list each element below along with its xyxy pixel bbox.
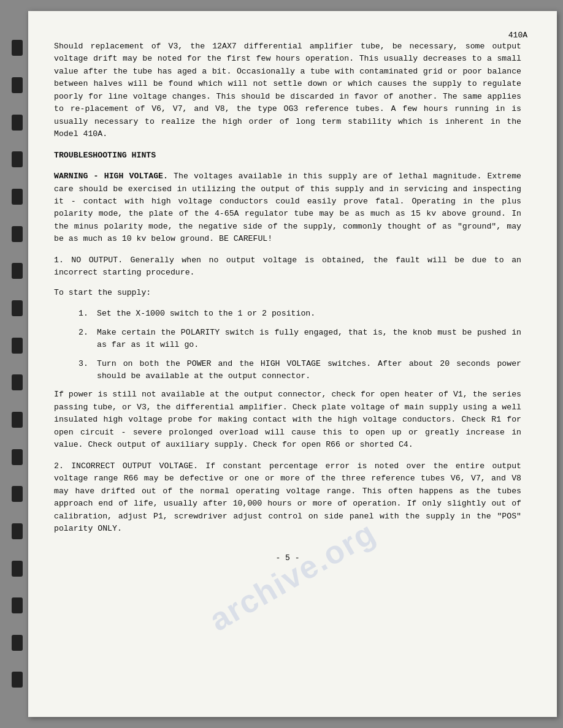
item1-header: 1. NO OUTPUT. bbox=[54, 256, 123, 265]
spiral-hole bbox=[12, 597, 23, 613]
sub-list-num: 2. bbox=[79, 327, 97, 352]
spiral-hole bbox=[12, 263, 23, 279]
sub-list: 1.Set the X-1000 switch to the 1 or 2 po… bbox=[79, 308, 521, 382]
spiral-hole bbox=[12, 412, 23, 428]
start-supply-intro: To start the supply: bbox=[54, 287, 521, 299]
spiral-hole bbox=[12, 300, 23, 316]
item-1: 1. NO OUTPUT. Generally when no output v… bbox=[54, 254, 521, 279]
sub-list-num: 1. bbox=[79, 308, 97, 320]
page-wrapper: 410A Should replacement of V3, the 12AX7… bbox=[0, 0, 563, 728]
spiral-hole bbox=[12, 115, 23, 131]
spiral-hole bbox=[12, 449, 23, 465]
section-heading: TROUBLESHOOTING HINTS bbox=[54, 150, 521, 162]
spiral-hole bbox=[12, 226, 23, 242]
item-2: 2. INCORRECT OUTPUT VOLTAGE. If constant… bbox=[54, 460, 521, 536]
sub-list-text: Make certain the POLARITY switch is full… bbox=[97, 327, 521, 352]
spiral-hole bbox=[12, 189, 23, 205]
item1-text: Generally when no output voltage is obta… bbox=[54, 256, 521, 277]
spiral-hole bbox=[12, 486, 23, 502]
sub-list-item: 1.Set the X-1000 switch to the 1 or 2 po… bbox=[79, 308, 521, 320]
sub-list-text: Turn on both the POWER and the HIGH VOLT… bbox=[97, 358, 521, 383]
page-number: 410A bbox=[508, 31, 527, 40]
sub-list-num: 3. bbox=[79, 358, 97, 383]
spiral-hole bbox=[12, 635, 23, 651]
spiral-hole bbox=[12, 77, 23, 93]
spiral-hole bbox=[12, 374, 23, 390]
spiral-hole bbox=[12, 523, 23, 539]
spiral-hole bbox=[12, 561, 23, 577]
spiral-binding bbox=[6, 11, 28, 717]
spiral-hole bbox=[12, 40, 23, 56]
item2-header: 2. INCORRECT OUTPUT VOLTAGE. bbox=[54, 461, 198, 471]
spiral-hole bbox=[12, 151, 23, 167]
sub-list-item: 2.Make certain the POLARITY switch is fu… bbox=[79, 327, 521, 352]
warning-text: The voltages available in this supply ar… bbox=[54, 172, 521, 243]
spiral-hole bbox=[12, 672, 23, 688]
page-footer: - 5 - bbox=[54, 553, 521, 563]
sub-list-item: 3.Turn on both the POWER and the HIGH VO… bbox=[79, 358, 521, 383]
warning-paragraph: WARNING - HIGH VOLTAGE. The voltages ava… bbox=[54, 170, 521, 246]
intro-paragraph: Should replacement of V3, the 12AX7 diff… bbox=[54, 40, 521, 141]
sub-list-text: Set the X-1000 switch to the 1 or 2 posi… bbox=[97, 308, 315, 320]
warning-label: WARNING - HIGH VOLTAGE. bbox=[54, 172, 168, 181]
page-content: Should replacement of V3, the 12AX7 diff… bbox=[54, 40, 521, 535]
spiral-hole bbox=[12, 338, 23, 354]
item2-text: If constant percentage error is noted ov… bbox=[54, 461, 521, 533]
power-paragraph: If power is still not available at the o… bbox=[54, 389, 521, 451]
document-page: 410A Should replacement of V3, the 12AX7… bbox=[28, 11, 557, 717]
